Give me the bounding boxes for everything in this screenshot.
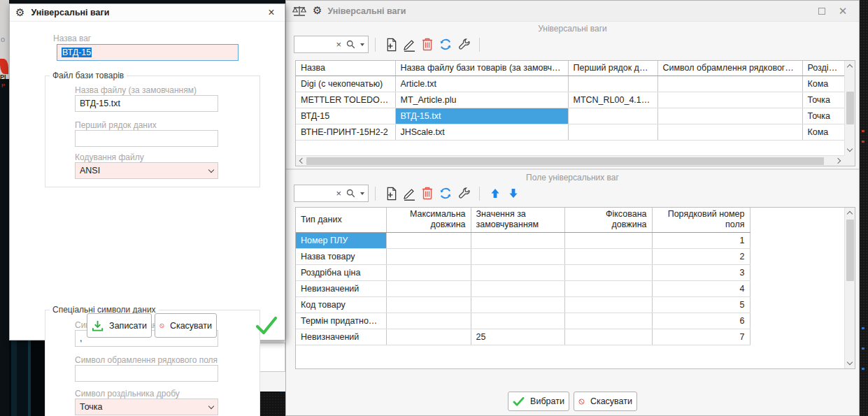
filename-input[interactable] [75, 95, 218, 112]
cell[interactable]: Digi (с чекопечатью) [296, 76, 395, 92]
window-titlebar[interactable]: ⚙ Універсальні ваги × [10, 4, 285, 22]
column-header-order[interactable]: Порядковий номер поля [652, 208, 750, 232]
cell[interactable] [471, 280, 564, 296]
table-row[interactable]: Невизначений 25 7 [296, 329, 750, 345]
search-icon[interactable] [346, 40, 355, 49]
cell[interactable]: Кома [802, 124, 846, 140]
table-row[interactable]: Назва товару 2 [296, 248, 750, 264]
search-options-caret[interactable] [360, 43, 364, 46]
cell[interactable]: ВТД-15 [296, 108, 395, 124]
cancel-button[interactable]: Скасувати [574, 392, 637, 411]
search-input[interactable]: × [294, 185, 369, 202]
scroll-right-icon[interactable] [834, 156, 844, 166]
encoding-select[interactable]: ANSI [75, 162, 218, 179]
scale-name-input[interactable]: ВТД-15 [57, 44, 239, 61]
table-row-selected[interactable]: ВТД-15 ВТД-15.txt Точка [296, 108, 846, 124]
cell[interactable] [471, 313, 564, 329]
settings-wrench-button[interactable] [455, 185, 473, 202]
move-down-button[interactable] [504, 185, 522, 202]
save-button[interactable]: Записати [87, 313, 152, 338]
column-header-file[interactable]: Назва файлу бази товарів (за замовчуванн… [395, 61, 568, 76]
scroll-up-icon[interactable] [845, 208, 855, 218]
cell[interactable]: Article.txt [395, 76, 568, 92]
search-icon[interactable] [346, 189, 355, 198]
table-row-selected[interactable]: Номер ПЛУ 1 [296, 232, 750, 248]
table-row[interactable]: ВТНЕ-ПРИНТ-15Н2-2 JHScale.txt Кома [296, 124, 846, 140]
cell[interactable] [568, 76, 657, 92]
column-header-name[interactable]: Назва [296, 61, 395, 76]
edit-button[interactable] [400, 36, 418, 53]
column-header-default[interactable]: Значення за замовчуванням [471, 208, 564, 232]
cell[interactable]: Назва товару [296, 248, 386, 264]
refresh-button[interactable] [436, 36, 455, 53]
table-row[interactable]: Термін придатності (до... 6 [296, 313, 750, 329]
cell[interactable]: ВТНЕ-ПРИНТ-15Н2-2 [296, 124, 395, 140]
cell[interactable]: Код товару [296, 296, 386, 313]
delete-button[interactable] [418, 36, 436, 53]
table-row[interactable]: METTLER TOLEDO (с чек... MT_Article.plu … [296, 92, 846, 108]
cell[interactable]: 4 [652, 280, 750, 296]
table-row[interactable]: Невизначений 4 [296, 280, 750, 296]
scroll-up-icon[interactable] [845, 61, 855, 71]
cell[interactable] [386, 280, 471, 296]
frame-symbol-input[interactable] [75, 365, 218, 382]
clear-search-icon[interactable]: × [336, 40, 341, 49]
cell[interactable]: Роздрібна ціна [296, 264, 386, 280]
settings-wrench-button[interactable] [455, 36, 473, 53]
cell[interactable] [657, 124, 802, 140]
scroll-left-icon[interactable] [296, 156, 306, 166]
cell[interactable] [564, 280, 652, 296]
search-input[interactable]: × [294, 36, 369, 53]
cell[interactable]: 7 [652, 329, 750, 345]
maximize-button[interactable] [811, 3, 832, 19]
add-button[interactable] [382, 185, 400, 202]
cell[interactable]: 5 [652, 296, 750, 313]
selected-cell[interactable]: Номер ПЛУ [296, 232, 386, 248]
cell[interactable] [568, 124, 657, 140]
column-header-type[interactable]: Тип даних [296, 208, 386, 232]
cell[interactable] [564, 232, 652, 248]
cell[interactable]: 1 [652, 232, 750, 248]
column-header-separator[interactable]: Роздільник д [802, 61, 846, 76]
cancel-button[interactable]: Скасувати [155, 313, 217, 338]
cell[interactable]: 6 [652, 313, 750, 329]
scrollbar-thumb[interactable] [846, 220, 854, 281]
cell[interactable]: 3 [652, 264, 750, 280]
cell[interactable] [564, 248, 652, 264]
first-row-input[interactable] [75, 130, 218, 147]
select-button[interactable]: Вибрати [508, 392, 569, 411]
cell[interactable]: Невизначений [296, 280, 386, 296]
cell[interactable] [657, 92, 802, 108]
scrollbar-thumb[interactable] [306, 157, 824, 165]
cell[interactable] [564, 264, 652, 280]
cell[interactable]: 25 [471, 329, 564, 345]
cell[interactable] [657, 76, 802, 92]
cell[interactable]: Точка [802, 108, 846, 124]
cell[interactable]: METTLER TOLEDO (с чек... [296, 92, 395, 108]
cell[interactable] [386, 329, 471, 345]
decimal-symbol-select[interactable]: Точка [75, 399, 218, 415]
scrollbar-thumb[interactable] [846, 92, 854, 124]
move-up-button[interactable] [486, 185, 504, 202]
add-button[interactable] [382, 36, 400, 53]
cell[interactable] [564, 329, 652, 345]
cell[interactable]: Точка [802, 92, 846, 108]
delete-button[interactable] [418, 185, 436, 202]
vertical-scrollbar[interactable] [844, 208, 855, 368]
column-header-fixed-length[interactable]: Фіксована довжина [564, 208, 652, 232]
cell[interactable] [657, 108, 802, 124]
column-header-first-row[interactable]: Перший рядок даних [568, 61, 657, 76]
refresh-button[interactable] [436, 185, 455, 202]
edit-button[interactable] [400, 185, 418, 202]
cell[interactable] [386, 313, 471, 329]
cell[interactable]: Невизначений [296, 329, 386, 345]
cell[interactable]: Термін придатності (до... [296, 313, 386, 329]
cell[interactable] [471, 264, 564, 280]
cell[interactable] [564, 313, 652, 329]
cell[interactable]: MTCN_RL00_4.1_ET... [568, 92, 657, 108]
cell[interactable] [386, 264, 471, 280]
column-header-max-length[interactable]: Максимальна довжина [386, 208, 471, 232]
cell[interactable] [568, 108, 657, 124]
vertical-scrollbar[interactable] [844, 61, 855, 155]
close-icon[interactable]: × [264, 6, 279, 19]
